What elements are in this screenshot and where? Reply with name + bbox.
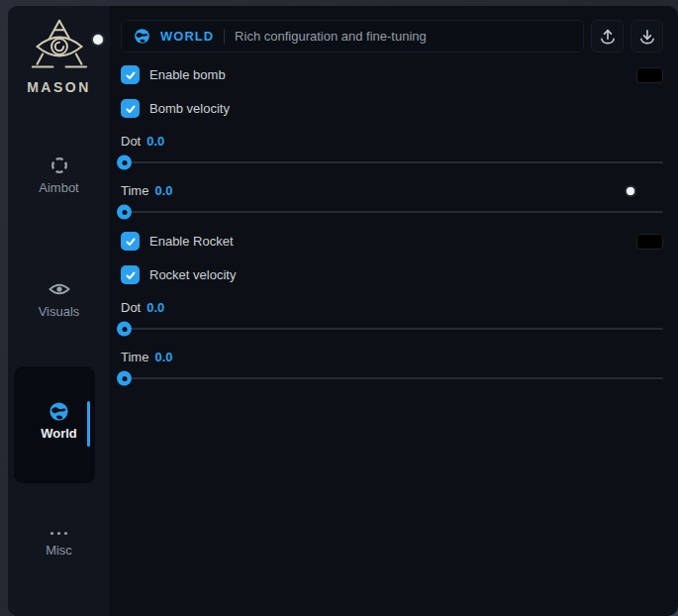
divider <box>224 29 225 45</box>
enable-rocket-checkbox[interactable] <box>121 232 140 251</box>
slider-label: Time <box>121 183 148 198</box>
bomb-velocity-checkbox[interactable] <box>121 99 140 118</box>
checkbox-label: Enable Rocket <box>149 234 234 249</box>
slider-handle[interactable] <box>117 322 132 337</box>
slider-group-rocket-dot: Dot 0.0 <box>121 299 663 337</box>
checkbox-label: Rocket velocity <box>149 267 236 282</box>
rocket-velocity-checkbox[interactable] <box>121 265 140 284</box>
slider-handle[interactable] <box>117 205 132 220</box>
page-title: WORLD <box>160 29 214 44</box>
sidebar-item-label: Visuals <box>8 304 110 319</box>
download-config-button[interactable] <box>630 20 663 52</box>
slider-label: Time <box>121 350 148 364</box>
main-panel: WORLD Rich configuration and fine-tuning <box>110 6 678 616</box>
slider-group-bomb-dot: Dot 0.0 <box>121 133 663 170</box>
slider-value: 0.0 <box>146 300 164 315</box>
checkbox-label: Bomb velocity <box>149 101 230 116</box>
sidebar-item-world[interactable]: World <box>8 400 110 441</box>
slider-label: Dot <box>121 134 141 149</box>
check-icon <box>125 69 137 81</box>
page-header: WORLD Rich configuration and fine-tuning <box>121 20 584 52</box>
upload-icon <box>599 28 617 46</box>
globe-icon <box>134 28 150 45</box>
check-icon <box>125 269 137 281</box>
sidebar-item-aimbot[interactable]: Aimbot <box>8 154 110 195</box>
cursor-dot <box>93 35 103 45</box>
check-icon <box>125 103 137 115</box>
upload-config-button[interactable] <box>591 20 624 52</box>
page-subtitle: Rich configuration and fine-tuning <box>235 29 427 44</box>
checkbox-row-enable-bomb: Enable bomb <box>121 65 663 84</box>
crosshair-icon <box>8 154 110 176</box>
slider-value: 0.0 <box>154 350 172 364</box>
header-row: WORLD Rich configuration and fine-tuning <box>121 20 663 52</box>
checkbox-row-bomb-velocity: Bomb velocity <box>121 99 663 118</box>
slider-handle[interactable] <box>117 155 132 170</box>
cheat-menu-window: MASON Aimbot Visuals <box>8 6 678 616</box>
settings-list: Enable bomb Bomb velocity Dot 0.0 Time <box>121 65 663 386</box>
rocket-color-swatch[interactable] <box>636 234 663 250</box>
eye-icon <box>8 278 110 300</box>
cursor-dot <box>627 187 634 195</box>
brand-name: MASON <box>8 79 110 95</box>
slider-group-bomb-time: Time 0.0 <box>121 182 663 220</box>
checkbox-row-enable-rocket: Enable Rocket <box>121 232 663 251</box>
slider-track[interactable] <box>121 211 663 213</box>
active-tab-indicator <box>87 401 90 447</box>
sidebar-item-label: World <box>8 426 110 441</box>
bomb-color-swatch[interactable] <box>636 67 663 83</box>
sidebar-item-label: Aimbot <box>8 180 110 195</box>
brand-logo: MASON <box>8 18 110 95</box>
sidebar-item-label: Misc <box>8 543 110 558</box>
sidebar-item-misc[interactable]: Misc <box>8 527 110 558</box>
slider-group-rocket-time: Time 0.0 <box>121 349 663 386</box>
sidebar: MASON Aimbot Visuals <box>8 6 110 616</box>
globe-icon <box>8 400 110 422</box>
slider-value: 0.0 <box>154 183 172 198</box>
slider-label: Dot <box>121 300 141 315</box>
masonic-eye-logo-icon <box>30 18 89 75</box>
slider-handle[interactable] <box>117 371 132 386</box>
ellipsis-icon <box>8 527 110 539</box>
slider-track[interactable] <box>121 377 663 379</box>
sidebar-item-visuals[interactable]: Visuals <box>8 278 110 319</box>
slider-value: 0.0 <box>146 134 164 149</box>
checkbox-row-rocket-velocity: Rocket velocity <box>121 265 663 284</box>
download-icon <box>638 28 656 46</box>
slider-track[interactable] <box>121 161 663 163</box>
enable-bomb-checkbox[interactable] <box>121 65 140 84</box>
checkbox-label: Enable bomb <box>149 67 226 82</box>
check-icon <box>125 236 137 248</box>
slider-track[interactable] <box>121 328 663 330</box>
